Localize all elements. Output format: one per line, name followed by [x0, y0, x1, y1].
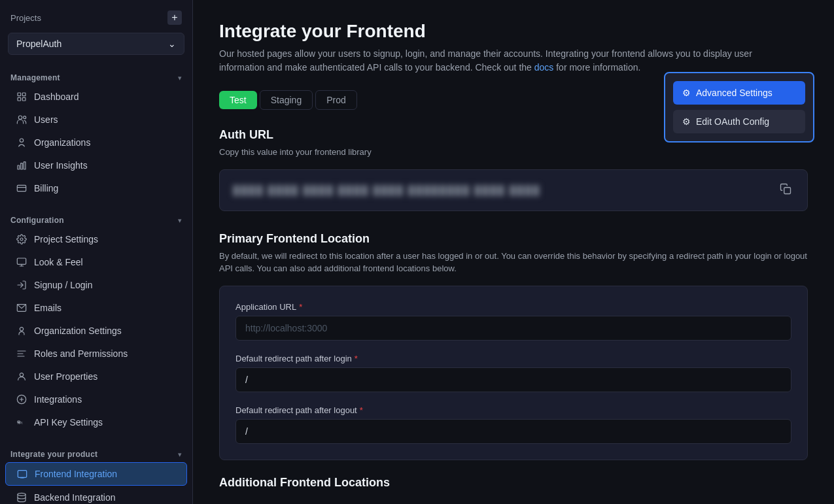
svg-text:API: API: [18, 422, 23, 425]
user-props-icon: [16, 371, 27, 382]
tab-test[interactable]: Test: [219, 91, 257, 109]
oauth-gear-icon: ⚙: [682, 116, 691, 127]
advanced-settings-label: Advanced Settings: [696, 88, 773, 98]
edit-oauth-label: Edit OAuth Config: [696, 116, 769, 127]
sidebar-item-integrations[interactable]: Integrations: [5, 388, 187, 411]
svg-point-28: [18, 493, 26, 496]
sidebar-item-user-properties[interactable]: User Properties: [5, 365, 187, 388]
sidebar-item-project-settings[interactable]: Project Settings: [5, 228, 187, 250]
look-feel-label: Look & Feel: [34, 257, 83, 267]
configuration-section-header[interactable]: Configuration ▾: [0, 210, 192, 227]
svg-rect-1: [22, 93, 26, 96]
settings-icon: [16, 233, 27, 245]
integrations-icon: [16, 394, 27, 405]
sidebar-item-emails[interactable]: Emails: [5, 297, 187, 319]
api-icon: API: [16, 416, 27, 428]
add-project-button[interactable]: +: [167, 10, 182, 25]
page-description: Our hosted pages allow your users to sig…: [219, 47, 782, 75]
org-icon: [16, 137, 27, 148]
sidebar-item-user-insights[interactable]: User Insights: [5, 154, 187, 176]
redirect-logout-input[interactable]: [235, 419, 791, 444]
sidebar-item-look-feel[interactable]: Look & Feel: [5, 251, 187, 273]
sidebar-item-organizations[interactable]: Organizations: [5, 131, 187, 154]
required-star-2: *: [355, 354, 358, 363]
backend-integration-label: Backend Integration: [34, 492, 116, 503]
sidebar-item-billing[interactable]: Billing: [5, 177, 187, 199]
integrate-chevron-icon: ▾: [178, 450, 182, 459]
svg-point-22: [20, 373, 23, 377]
project-selector[interactable]: PropelAuth ⌄: [8, 33, 184, 55]
gear-icon: ⚙: [682, 88, 691, 98]
sidebar-item-backend-integration[interactable]: Backend Integration: [5, 486, 187, 504]
svg-rect-2: [18, 97, 21, 101]
billing-label: Billing: [34, 183, 58, 193]
frontend-integration-label: Frontend Integration: [35, 469, 117, 479]
svg-rect-29: [784, 187, 791, 193]
signup-icon: [16, 279, 27, 291]
sidebar-item-api-key-settings[interactable]: API API Key Settings: [5, 411, 187, 433]
application-url-label: Application URL *: [235, 302, 791, 312]
page-desc-suffix: for more information.: [556, 62, 640, 73]
auth-url-box: ████ ████ ████ ████ ████ ████████ ████ █…: [219, 169, 808, 211]
docs-link[interactable]: docs: [534, 62, 554, 73]
project-name: PropelAuth: [16, 39, 61, 49]
redirect-login-label: Default redirect path after login *: [235, 354, 791, 363]
svg-rect-25: [18, 471, 26, 478]
sidebar-item-users[interactable]: Users: [5, 109, 187, 131]
users-icon: [16, 114, 27, 126]
svg-point-5: [24, 116, 26, 119]
page-desc-text: Our hosted pages allow your users to sig…: [219, 48, 752, 73]
primary-frontend-form: Application URL * Default redirect path …: [219, 286, 808, 460]
required-star-1: *: [299, 302, 302, 312]
svg-point-4: [18, 116, 22, 119]
integrate-section-header[interactable]: Integrate your product ▾: [0, 445, 192, 462]
integrate-label: Integrate your product: [10, 450, 97, 459]
redirect-login-input[interactable]: [235, 367, 791, 392]
projects-label: Projects: [10, 13, 41, 23]
user-properties-label: User Properties: [34, 371, 97, 382]
management-section-header[interactable]: Management ▾: [0, 68, 192, 85]
org-settings-icon: [16, 325, 27, 337]
required-star-3: *: [360, 405, 363, 415]
svg-point-18: [20, 328, 23, 331]
users-label: Users: [34, 114, 58, 125]
api-key-settings-label: API Key Settings: [34, 417, 103, 428]
advanced-settings-button[interactable]: ⚙ Advanced Settings: [673, 81, 805, 105]
redirect-logout-label: Default redirect path after logout *: [235, 405, 791, 415]
svg-rect-7: [18, 165, 20, 169]
sidebar-item-dashboard[interactable]: Dashboard: [5, 86, 187, 108]
auth-url-value: ████ ████ ████ ████ ████ ████████ ████ █…: [233, 185, 777, 195]
configuration-section: Configuration ▾ Project Settings Look & …: [0, 205, 192, 439]
roles-icon: [16, 348, 27, 360]
organizations-label: Organizations: [34, 137, 90, 148]
sidebar: Projects + PropelAuth ⌄ Management ▾ Das…: [0, 0, 193, 504]
dashboard-label: Dashboard: [34, 92, 79, 102]
svg-rect-10: [17, 185, 26, 191]
edit-oauth-config-button[interactable]: ⚙ Edit OAuth Config: [673, 110, 805, 133]
advanced-settings-popup: ⚙ Advanced Settings ⚙ Edit OAuth Config: [664, 72, 814, 143]
chevron-down-icon: ⌄: [168, 39, 176, 49]
integrations-label: Integrations: [34, 394, 82, 405]
billing-icon: [16, 182, 27, 194]
sidebar-item-frontend-integration[interactable]: Frontend Integration: [5, 462, 187, 486]
tab-prod[interactable]: Prod: [315, 90, 357, 110]
svg-point-12: [20, 238, 23, 241]
project-settings-label: Project Settings: [34, 234, 98, 244]
application-url-field: Application URL *: [235, 302, 791, 341]
copy-auth-url-button[interactable]: [777, 180, 794, 200]
sidebar-item-organization-settings[interactable]: Organization Settings: [5, 320, 187, 342]
projects-header: Projects +: [0, 0, 192, 33]
backend-icon: [16, 492, 27, 503]
redirect-login-field: Default redirect path after login *: [235, 354, 791, 392]
organization-settings-label: Organization Settings: [34, 326, 122, 336]
svg-rect-0: [18, 93, 21, 96]
chart-icon: [16, 160, 27, 171]
management-section: Management ▾ Dashboard Users Organizatio…: [0, 63, 192, 205]
tab-staging[interactable]: Staging: [260, 90, 313, 110]
sidebar-item-signup-login[interactable]: Signup / Login: [5, 274, 187, 296]
signup-login-label: Signup / Login: [34, 280, 93, 290]
management-chevron-icon: ▾: [178, 74, 182, 82]
svg-rect-3: [22, 97, 26, 101]
sidebar-item-roles-permissions[interactable]: Roles and Permissions: [5, 343, 187, 365]
application-url-input[interactable]: [235, 316, 791, 341]
